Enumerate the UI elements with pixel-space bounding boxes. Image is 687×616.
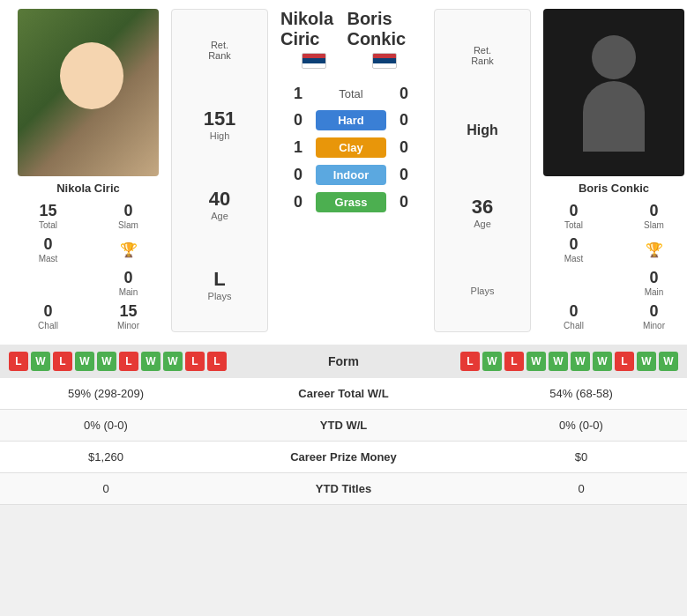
stat-center-label-3: YTD Titles (194, 482, 493, 495)
form-badge-l: L (185, 352, 205, 371)
score-grass-left: 0 (280, 193, 316, 212)
high-right: High (467, 122, 498, 138)
high-left: 151 High (204, 108, 236, 141)
hard-row: 0 Hard 0 (272, 110, 430, 130)
form-badge-w: W (482, 352, 502, 371)
form-badge-w: W (593, 352, 612, 371)
stat-chall-right: 0 Chall (534, 301, 613, 332)
silhouette (579, 35, 649, 150)
plays-left: L Plays (208, 268, 232, 301)
flag-right (372, 53, 397, 69)
right-player-header: Boris Conkic (347, 9, 422, 69)
rank-right: Ret. Rank (471, 45, 494, 66)
form-badge-w: W (637, 352, 656, 371)
plays-right: Plays (471, 286, 495, 296)
stat-right-3: 0 (493, 482, 669, 495)
form-badge-l: L (615, 352, 634, 371)
total-label: Total (316, 87, 386, 100)
player-left-name: Nikola Ciric (56, 182, 120, 195)
form-badge-w: W (659, 352, 678, 371)
stat-right-0: 54% (68-58) (493, 387, 669, 400)
player-photo-left (18, 9, 159, 176)
clay-badge: Clay (316, 137, 386, 158)
main-right: 0 Main (615, 267, 687, 299)
player-right-name: Boris Conkic (579, 182, 649, 195)
center-section: Nikola Ciric Boris Conkic 1 Total 0 (272, 9, 430, 332)
main-container: Nikola Ciric 15 Total 0 Slam 0 Mast 🏆 (0, 0, 687, 505)
form-badge-w: W (571, 352, 590, 371)
score-clay-left: 1 (280, 138, 316, 157)
player-right: Boris Conkic 0 Total 0 Slam 0 Mast 🏆 (534, 9, 687, 332)
total-row: 1 Total 0 (272, 85, 430, 103)
score-grass-right: 0 (386, 193, 422, 212)
form-badge-l: L (53, 352, 72, 371)
left-middle-stats: Ret. Rank 151 High 40 Age L Plays (171, 9, 268, 332)
age-left: 40 Age (209, 188, 230, 221)
stat-slam-left: 0 Slam (89, 200, 168, 232)
form-badge-w: W (163, 352, 183, 371)
form-badge-l: L (207, 352, 227, 371)
flag-left (302, 53, 326, 69)
form-badge-w: W (75, 352, 94, 371)
player-left: Nikola Ciric 15 Total 0 Slam 0 Mast 🏆 (9, 9, 168, 332)
form-badge-w: W (141, 352, 161, 371)
score-clay-right: 0 (386, 138, 422, 157)
form-badge-w: W (549, 352, 568, 371)
stat-left-3: 0 (18, 482, 194, 495)
age-right: 36 Age (472, 196, 493, 229)
stat-right-2: $0 (493, 450, 669, 464)
left-player-header: Nikola Ciric (280, 9, 347, 69)
stat-chall-left: 0 Chall (9, 301, 87, 332)
stat-mast-left: 0 Mast (9, 234, 87, 265)
form-badge-l: L (9, 352, 28, 371)
stats-row-2: $1,260 Career Prize Money $0 (0, 442, 687, 473)
right-middle-stats: Ret. Rank High 36 Age Plays (434, 9, 531, 332)
stat-left-2: $1,260 (18, 450, 194, 464)
stat-center-label-2: Career Prize Money (194, 450, 493, 464)
trophy-left: 🏆 (120, 241, 138, 258)
score-hard-right: 0 (386, 111, 422, 130)
score-indoor-left: 0 (280, 166, 316, 184)
stat-total-right: 0 Total (534, 200, 613, 232)
grass-row: 0 Grass 0 (272, 192, 430, 212)
main-left: 0 Main (89, 267, 168, 299)
form-badges-right: LWLWWWWLWW (460, 352, 678, 371)
form-badges-left: LWLWWLWWLL (9, 352, 227, 371)
score-total-left: 1 (280, 85, 316, 103)
stat-left-1: 0% (0-0) (18, 419, 194, 432)
stat-right-1: 0% (0-0) (493, 419, 669, 432)
stat-minor-left: 15 Minor (89, 301, 168, 332)
hard-badge: Hard (316, 110, 386, 130)
indoor-row: 0 Indoor 0 (272, 165, 430, 185)
stats-row-3: 0 YTD Titles 0 (0, 473, 687, 505)
score-indoor-right: 0 (386, 166, 422, 184)
stat-center-label-1: YTD W/L (194, 419, 493, 432)
form-badge-l: L (504, 352, 524, 371)
grass-badge: Grass (316, 192, 386, 212)
form-badge-l: L (119, 352, 138, 371)
silhouette-head (592, 35, 636, 79)
stat-slam-right: 0 Slam (615, 200, 687, 232)
form-section: LWLWWLWWLL Form LWLWWWWLWW (0, 345, 687, 378)
score-total-right: 0 (386, 85, 422, 103)
stat-left-0: 59% (298-209) (18, 387, 194, 400)
stat-total-left: 15 Total (9, 200, 87, 232)
clay-row: 1 Clay 0 (272, 137, 430, 158)
silhouette-body (583, 81, 645, 152)
form-badge-l: L (460, 352, 480, 371)
stat-minor-right: 0 Minor (615, 301, 687, 332)
form-badge-w: W (31, 352, 50, 371)
stats-row-0: 59% (298-209) Career Total W/L 54% (68-5… (0, 378, 687, 410)
form-label: Form (328, 354, 359, 368)
stats-row-1: 0% (0-0) YTD W/L 0% (0-0) (0, 410, 687, 442)
score-hard-left: 0 (280, 111, 316, 130)
player-section: Nikola Ciric 15 Total 0 Slam 0 Mast 🏆 (0, 0, 687, 341)
stat-mast-right: 0 Mast (534, 234, 613, 265)
trophy-right: 🏆 (646, 241, 663, 258)
trophy-icon-left: 🏆 (89, 234, 168, 265)
form-badge-w: W (526, 352, 546, 371)
rank-left: Ret. Rank (208, 40, 231, 61)
player-right-stats: 0 Total 0 Slam 0 Mast 🏆 0 Main (534, 200, 687, 332)
player-photo-right (543, 9, 684, 176)
indoor-badge: Indoor (316, 165, 386, 185)
